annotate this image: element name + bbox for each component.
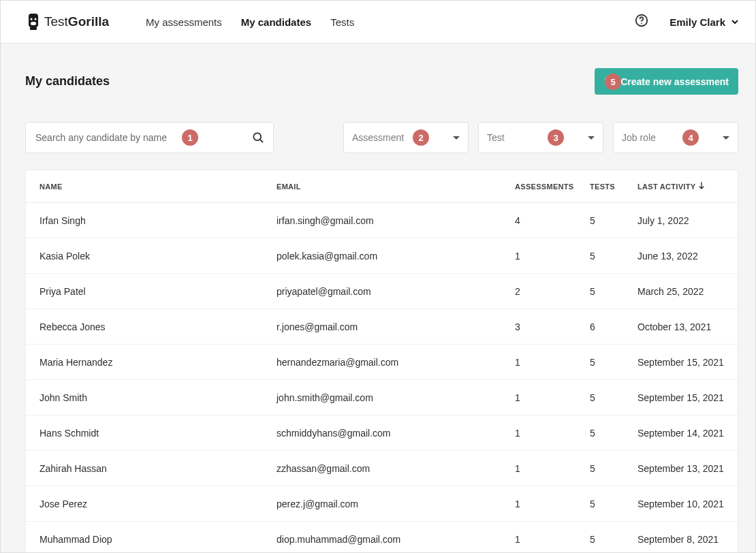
cell-name: Priya Patel <box>40 286 277 297</box>
cell-assessments: 1 <box>515 463 590 474</box>
gorilla-icon <box>27 13 40 31</box>
col-header-tests[interactable]: Tests <box>590 183 637 191</box>
cell-last-activity: September 15, 2021 <box>637 357 726 368</box>
caret-down-icon <box>723 136 729 140</box>
cell-email: diop.muhammad@gmail.com <box>277 534 515 545</box>
cell-name: Hans Schmidt <box>40 428 277 439</box>
cell-name: John Smith <box>40 392 277 403</box>
nav-item-my-candidates[interactable]: My candidates <box>241 14 311 31</box>
cell-email: perez.j@gmail.com <box>277 499 515 509</box>
search-box[interactable]: 1 <box>25 122 274 153</box>
filter-assessment[interactable]: Assessment 2 <box>343 122 469 153</box>
filter-test-label: Test <box>487 132 588 143</box>
row-open-chevron[interactable] <box>726 356 738 368</box>
cell-email: polek.kasia@gmail.com <box>277 251 515 262</box>
cell-assessments: 1 <box>515 357 590 368</box>
table-row[interactable]: Irfan Singhirfan.singh@gmail.com45July 1… <box>26 203 738 238</box>
annotation-badge-1: 1 <box>182 129 198 146</box>
create-button-label: Create new assessment <box>620 76 729 87</box>
row-open-chevron[interactable] <box>726 250 738 262</box>
row-open-chevron[interactable] <box>726 285 738 297</box>
row-open-chevron[interactable] <box>726 498 738 509</box>
candidates-table: Name Email Assessments Tests Last Activi… <box>25 170 738 553</box>
brand-second: Gorilla <box>68 14 109 29</box>
cell-name: Jose Perez <box>40 499 277 509</box>
col-header-assessments[interactable]: Assessments <box>515 183 590 191</box>
table-row[interactable]: Zahirah Hassanzzhassan@gmail.com15Septem… <box>26 451 738 486</box>
cell-email: hernandezmaria@gmail.com <box>277 357 515 368</box>
row-open-chevron[interactable] <box>726 215 738 226</box>
annotation-badge-5: 5 <box>605 74 621 90</box>
row-open-chevron[interactable] <box>726 534 738 546</box>
svg-point-1 <box>30 18 32 20</box>
nav-item-my-assessments[interactable]: My assessments <box>146 14 222 31</box>
cell-name: Rebecca Jones <box>40 321 277 332</box>
table-body: Irfan Singhirfan.singh@gmail.com45July 1… <box>26 203 738 553</box>
cell-name: Muhammad Diop <box>40 534 277 545</box>
row-open-chevron[interactable] <box>726 462 738 474</box>
col-header-name[interactable]: Name <box>40 183 277 191</box>
cell-assessments: 1 <box>515 534 590 545</box>
cell-last-activity: September 13, 2021 <box>637 463 726 474</box>
cell-last-activity: March 25, 2022 <box>637 286 726 297</box>
cell-tests: 5 <box>590 286 637 297</box>
cell-last-activity: October 13, 2021 <box>637 321 726 332</box>
cell-email: zzhassan@gmail.com <box>277 463 515 474</box>
table-header: Name Email Assessments Tests Last Activi… <box>26 170 738 203</box>
search-input[interactable] <box>26 132 243 143</box>
filter-assessment-label: Assessment <box>352 132 453 143</box>
table-row[interactable]: John Smithjohn.smith@gmail.com15Septembe… <box>26 380 738 415</box>
cell-assessments: 4 <box>515 215 590 226</box>
cell-tests: 5 <box>590 251 637 262</box>
help-icon[interactable] <box>634 13 649 31</box>
table-row[interactable]: Kasia Polekpolek.kasia@gmail.com15June 1… <box>26 238 738 274</box>
cell-tests: 5 <box>590 357 637 368</box>
page-body: My candidates 5 Create new assessment 1 … <box>1 44 755 553</box>
sort-down-icon <box>698 182 705 191</box>
table-row[interactable]: Hans Schmidtschmiddyhans@gmail.com15Sept… <box>26 415 738 451</box>
filter-job-role[interactable]: Job role 4 <box>613 122 738 153</box>
cell-last-activity: September 10, 2021 <box>637 499 726 509</box>
filters-row: 1 Assessment 2 Test 3 Job role 4 <box>25 122 738 153</box>
user-menu[interactable]: Emily Clark <box>670 16 739 28</box>
app-header: TestGorilla My assessmentsMy candidatesT… <box>1 1 755 44</box>
cell-name: Zahirah Hassan <box>40 463 277 474</box>
cell-email: john.smith@gmail.com <box>277 392 515 403</box>
cell-name: Kasia Polek <box>40 251 277 262</box>
table-row[interactable]: Maria Hernandezhernandezmaria@gmail.com1… <box>26 345 738 380</box>
svg-point-6 <box>641 23 642 25</box>
cell-tests: 5 <box>590 499 637 509</box>
table-row[interactable]: Rebecca Jonesr.jones@gmail.com36October … <box>26 309 738 345</box>
header-right: Emily Clark <box>634 13 739 31</box>
brand-logo[interactable]: TestGorilla <box>27 13 109 31</box>
cell-assessments: 2 <box>515 286 590 297</box>
cell-tests: 5 <box>590 215 637 226</box>
annotation-badge-4: 4 <box>682 129 699 146</box>
cell-assessments: 1 <box>515 392 590 403</box>
col-header-last-activity[interactable]: Last Activity <box>637 182 726 191</box>
table-row[interactable]: Priya Patelpriyapatel@gmail.com25March 2… <box>26 274 738 309</box>
row-open-chevron[interactable] <box>726 427 738 439</box>
cell-email: priyapatel@gmail.com <box>277 286 515 297</box>
cell-tests: 5 <box>590 534 637 545</box>
row-open-chevron[interactable] <box>726 392 738 403</box>
filter-test[interactable]: Test 3 <box>478 122 603 153</box>
cell-last-activity: June 13, 2022 <box>637 251 726 262</box>
annotation-badge-2: 2 <box>413 129 429 146</box>
main-nav: My assessmentsMy candidatesTests <box>146 14 354 31</box>
svg-point-2 <box>34 18 36 20</box>
nav-item-tests[interactable]: Tests <box>330 14 354 31</box>
cell-last-activity: September 15, 2021 <box>637 392 726 403</box>
cell-last-activity: July 1, 2022 <box>637 215 726 226</box>
chevron-down-icon <box>731 16 739 28</box>
table-row[interactable]: Jose Perezperez.j@gmail.com15September 1… <box>26 486 738 522</box>
col-header-email[interactable]: Email <box>277 183 515 191</box>
table-row[interactable]: Muhammad Diopdiop.muhammad@gmail.com15Se… <box>26 522 738 553</box>
cell-assessments: 1 <box>515 251 590 262</box>
cell-assessments: 1 <box>515 499 590 509</box>
cell-tests: 5 <box>590 392 637 403</box>
row-open-chevron[interactable] <box>726 321 738 332</box>
filter-job-role-label: Job role <box>622 132 723 143</box>
search-icon[interactable] <box>243 131 273 144</box>
caret-down-icon <box>588 136 595 140</box>
